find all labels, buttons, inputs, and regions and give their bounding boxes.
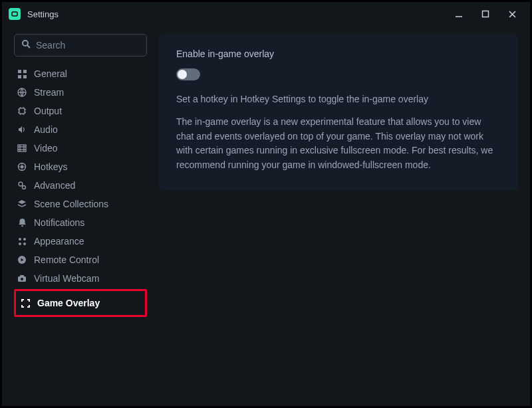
- highlight-marker: Game Overlay: [14, 289, 147, 317]
- sidebar: General Stream Output Audio Video: [14, 34, 147, 394]
- remote-icon: [17, 255, 27, 264]
- window-title: Settings: [27, 9, 59, 19]
- sidebar-item-appearance[interactable]: Appearance: [14, 232, 147, 251]
- svg-point-16: [19, 182, 23, 186]
- svg-point-21: [19, 243, 21, 245]
- sidebar-item-label: Remote Control: [34, 255, 99, 265]
- bell-icon: [17, 218, 27, 227]
- sidebar-item-label: General: [34, 68, 67, 79]
- toggle-knob: [178, 70, 187, 79]
- sidebar-item-video[interactable]: Video: [14, 139, 147, 157]
- film-icon: [17, 144, 27, 152]
- keyboard-icon: [17, 162, 27, 171]
- svg-rect-9: [18, 75, 21, 78]
- globe-icon: [17, 88, 27, 97]
- overlay-icon: [20, 299, 31, 308]
- svg-point-17: [23, 186, 26, 189]
- sidebar-item-game-overlay[interactable]: Game Overlay: [17, 294, 144, 312]
- minimize-button[interactable]: [452, 7, 466, 21]
- main-content: Enable in-game overlay Set a hotkey in H…: [159, 34, 518, 394]
- titlebar: Settings: [2, 2, 530, 26]
- svg-rect-7: [18, 70, 21, 73]
- sidebar-item-advanced[interactable]: Advanced: [14, 176, 147, 195]
- svg-rect-26: [20, 275, 24, 277]
- grid-icon: [17, 70, 27, 78]
- sidebar-item-label: Stream: [34, 87, 64, 98]
- svg-point-15: [21, 165, 23, 168]
- svg-rect-8: [23, 70, 27, 73]
- maximize-button[interactable]: [478, 7, 493, 21]
- sidebar-item-audio[interactable]: Audio: [14, 120, 147, 139]
- app-icon: [9, 8, 21, 20]
- sidebar-item-notifications[interactable]: Notifications: [14, 213, 147, 232]
- svg-point-5: [23, 41, 28, 46]
- svg-rect-2: [483, 11, 489, 17]
- overlay-description: The in-game overlay is a new experimenta…: [176, 115, 501, 173]
- close-button[interactable]: [505, 7, 519, 21]
- camera-icon: [17, 274, 27, 282]
- svg-rect-0: [12, 12, 17, 16]
- svg-rect-13: [18, 145, 26, 152]
- sidebar-item-remote-control[interactable]: Remote Control: [14, 251, 147, 269]
- game-overlay-panel: Enable in-game overlay Set a hotkey in H…: [159, 34, 518, 190]
- svg-rect-10: [23, 75, 27, 78]
- gears-icon: [17, 181, 27, 190]
- search-box[interactable]: [14, 34, 147, 56]
- chip-icon: [17, 106, 27, 116]
- sidebar-item-stream[interactable]: Stream: [14, 83, 147, 102]
- sidebar-item-label: Game Overlay: [37, 298, 100, 308]
- speaker-icon: [17, 125, 27, 134]
- svg-line-6: [27, 45, 30, 48]
- svg-point-20: [23, 238, 26, 241]
- sidebar-item-general[interactable]: General: [14, 64, 147, 83]
- layers-icon: [17, 199, 27, 209]
- svg-point-19: [19, 238, 21, 241]
- overlay-hint-text: Set a hotkey in Hotkey Settings to toggl…: [176, 94, 501, 104]
- svg-point-25: [21, 278, 23, 280]
- sidebar-item-scene-collections[interactable]: Scene Collections: [14, 195, 147, 213]
- sidebar-item-label: Notifications: [34, 217, 84, 228]
- sidebar-item-label: Advanced: [34, 180, 75, 191]
- sidebar-item-output[interactable]: Output: [14, 102, 147, 120]
- search-icon: [21, 39, 31, 51]
- palette-icon: [17, 237, 27, 246]
- sidebar-item-label: Output: [34, 106, 62, 116]
- sidebar-item-virtual-webcam[interactable]: Virtual Webcam: [14, 269, 147, 288]
- svg-rect-12: [19, 108, 25, 114]
- enable-overlay-toggle[interactable]: [176, 68, 200, 80]
- search-input[interactable]: [36, 40, 140, 51]
- sidebar-item-label: Scene Collections: [34, 199, 108, 209]
- sidebar-item-hotkeys[interactable]: Hotkeys: [14, 157, 147, 176]
- sidebar-item-label: Hotkeys: [34, 161, 68, 172]
- svg-point-22: [23, 243, 26, 245]
- sidebar-item-label: Video: [34, 143, 58, 153]
- svg-rect-18: [21, 225, 23, 227]
- sidebar-item-label: Appearance: [34, 236, 84, 247]
- sidebar-item-label: Virtual Webcam: [34, 273, 99, 284]
- enable-overlay-label: Enable in-game overlay: [176, 49, 501, 59]
- sidebar-item-label: Audio: [34, 124, 58, 135]
